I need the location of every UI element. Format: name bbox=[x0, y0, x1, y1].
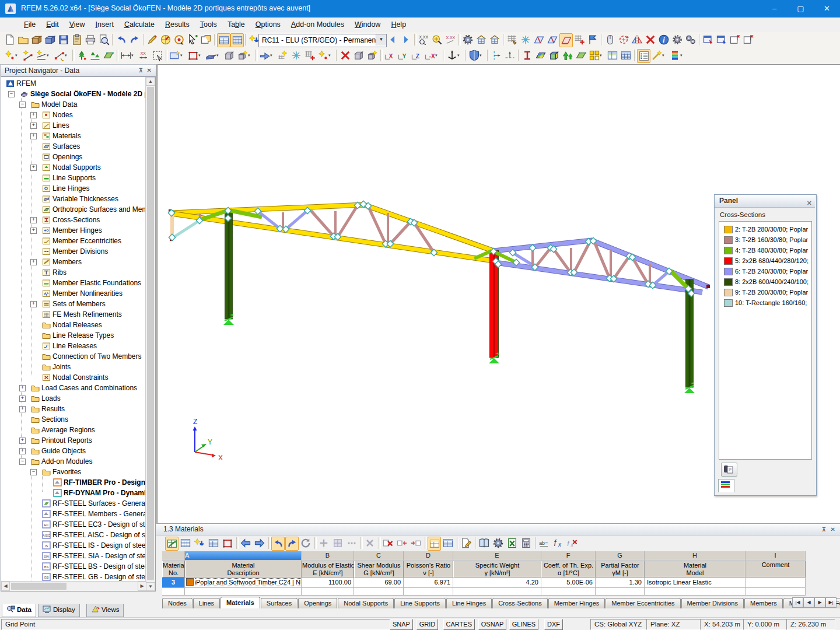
new-node-icon[interactable] bbox=[4, 49, 16, 62]
dropdown-arrow-icon[interactable]: ▾ bbox=[216, 53, 219, 58]
tree-item[interactable]: Member Nonlinearities bbox=[52, 288, 123, 299]
close-button[interactable]: ✕ bbox=[814, 0, 840, 18]
table-pin-icon[interactable]: ⊼ bbox=[822, 524, 826, 535]
xred2-icon[interactable] bbox=[339, 49, 351, 62]
grid-cell[interactable]: Poplar and Softwood Timber C24 | NF EN 3 bbox=[185, 578, 302, 588]
menu-tools[interactable]: Tools bbox=[195, 18, 222, 32]
menu-calculate[interactable]: Calculate bbox=[119, 18, 160, 32]
panel-close-icon[interactable]: ✕ bbox=[807, 197, 812, 209]
tree-item[interactable]: Cross-Sections bbox=[52, 215, 100, 225]
dropdown-arrow-icon[interactable]: ▾ bbox=[131, 53, 134, 58]
load-case-combo[interactable]: RC11 - ELU (STR/GEO) - Permanent / tra▼ bbox=[258, 34, 387, 47]
grid-cell[interactable] bbox=[596, 588, 645, 596]
t2-icon[interactable] bbox=[179, 537, 191, 550]
dropdown-arrow-icon[interactable]: ▾ bbox=[47, 53, 49, 58]
tree-item[interactable]: RF-STEEL AISC - Design of steel bbox=[52, 530, 156, 540]
prev-case-icon[interactable] bbox=[386, 33, 398, 46]
grid-cell[interactable] bbox=[453, 588, 541, 596]
panel-settings-button[interactable] bbox=[721, 463, 737, 477]
housetable-icon[interactable] bbox=[475, 33, 487, 46]
dropdown-arrow-icon[interactable]: ▾ bbox=[15, 53, 18, 58]
grid-cell[interactable]: 1.30 bbox=[596, 578, 645, 588]
tree-hscrollbar[interactable]: ◀▶ bbox=[1, 581, 146, 591]
grid-cell[interactable]: Poisson's Ratioν [-] bbox=[404, 561, 453, 578]
grid-cell[interactable]: Specific Weightγ [kN/m³] bbox=[453, 561, 541, 578]
grid-cell[interactable]: 5.00E-06 bbox=[541, 578, 596, 588]
restable-icon[interactable] bbox=[606, 49, 618, 62]
combo-dropdown-icon[interactable]: ▼ bbox=[376, 34, 386, 46]
cube-icon[interactable] bbox=[223, 49, 235, 62]
tree-item[interactable]: RF-TIMBER Pro - Design o bbox=[64, 477, 152, 488]
tree-item[interactable]: RF-STEEL BS - Design of steel m bbox=[52, 561, 156, 572]
minimize-button[interactable]: – bbox=[761, 0, 788, 18]
toggle-glines[interactable]: GLINES bbox=[509, 619, 538, 630]
arrLb-icon[interactable] bbox=[239, 537, 251, 550]
pin-icon[interactable]: ⊼ bbox=[139, 65, 143, 76]
menu-window[interactable]: Window bbox=[349, 18, 386, 32]
next-case-icon[interactable] bbox=[400, 33, 412, 46]
flagwin-icon[interactable] bbox=[729, 33, 741, 46]
housetable2-icon[interactable] bbox=[488, 33, 501, 46]
cubeb-icon[interactable] bbox=[352, 49, 365, 62]
paste-icon[interactable] bbox=[71, 33, 83, 46]
grid-cell[interactable]: F bbox=[541, 551, 596, 561]
grid-cell[interactable] bbox=[354, 588, 404, 596]
axblack-icon[interactable] bbox=[446, 49, 458, 62]
tree-item[interactable]: Line Release Types bbox=[52, 330, 114, 341]
table-tab-nodes[interactable]: Nodes bbox=[162, 598, 192, 608]
tree-expand-plus[interactable]: + bbox=[30, 133, 37, 139]
grid-cell[interactable]: 4.20 bbox=[453, 578, 541, 588]
grid-cell[interactable]: Isotropic Linear Elastic bbox=[645, 578, 746, 588]
edit-icon[interactable] bbox=[146, 33, 158, 46]
toggle-osnap[interactable]: OSNAP bbox=[478, 619, 507, 630]
tree-vscrollbar[interactable]: ▲▼ bbox=[145, 77, 155, 591]
fxdel-icon[interactable]: fx bbox=[566, 537, 578, 550]
star2-icon[interactable] bbox=[317, 49, 329, 62]
table-tab-cross-sections[interactable]: Cross-Sections bbox=[492, 598, 548, 608]
grnarr-icon[interactable] bbox=[561, 49, 573, 62]
menu-view[interactable]: View bbox=[64, 18, 90, 32]
tree-item[interactable]: Connection of Two Members bbox=[52, 351, 142, 362]
dropdown-arrow-icon[interactable]: ▾ bbox=[180, 53, 183, 58]
tree-item[interactable]: Printout Reports bbox=[41, 435, 92, 446]
redo-icon[interactable] bbox=[128, 33, 141, 46]
tree-expand-plus[interactable]: + bbox=[19, 438, 26, 444]
tree-expand-plus[interactable]: + bbox=[30, 164, 37, 171]
new-support-icon[interactable] bbox=[75, 49, 88, 62]
grid-cell[interactable]: Comment bbox=[746, 561, 806, 578]
g2-icon[interactable] bbox=[492, 537, 504, 550]
tree-item[interactable]: Line Hinges bbox=[52, 183, 89, 194]
preview-icon[interactable] bbox=[97, 33, 110, 46]
abeq-icon[interactable]: ab= bbox=[538, 537, 550, 550]
member-icon[interactable] bbox=[205, 49, 217, 62]
ressurf-icon[interactable] bbox=[534, 49, 547, 62]
dropdown-arrow-icon[interactable]: ▾ bbox=[198, 53, 201, 58]
table-tab-surfaces[interactable]: Surfaces bbox=[261, 598, 298, 608]
mesh2-icon[interactable] bbox=[290, 49, 302, 62]
meshsnow-icon[interactable] bbox=[519, 33, 531, 46]
excel-icon[interactable] bbox=[506, 537, 518, 550]
grid-cell[interactable]: 3 bbox=[162, 578, 185, 588]
zoomcur-icon[interactable] bbox=[430, 33, 443, 46]
show-tables-icon[interactable] bbox=[217, 33, 230, 47]
tree-item[interactable]: Line Supports bbox=[52, 173, 96, 183]
cursorplus-icon[interactable] bbox=[186, 33, 198, 46]
tree-item[interactable]: Add-on Modules bbox=[41, 456, 92, 467]
guide-icon[interactable] bbox=[490, 49, 502, 62]
nodeline-icon[interactable] bbox=[53, 49, 65, 62]
table-tab-openings[interactable]: Openings bbox=[298, 598, 337, 608]
menu-edit[interactable]: Edit bbox=[41, 18, 64, 32]
toggle-cartes[interactable]: CARTES bbox=[443, 619, 475, 630]
print-icon[interactable] bbox=[84, 33, 96, 46]
guide2-icon[interactable] bbox=[503, 49, 516, 62]
tree-item[interactable]: Members bbox=[52, 257, 82, 267]
winred-icon[interactable] bbox=[702, 33, 714, 46]
slab-icon[interactable] bbox=[102, 49, 114, 62]
tree-item[interactable]: Ribs bbox=[52, 267, 66, 278]
grid-cell[interactable]: Partial FactorγM [-] bbox=[596, 561, 645, 578]
xxx2-icon[interactable]: X.XX bbox=[444, 33, 456, 46]
tree-item[interactable]: RF-STEEL SIA - Design of steel r bbox=[52, 551, 156, 561]
tree-item[interactable]: Member Elastic Foundations bbox=[52, 278, 141, 288]
xred-icon[interactable] bbox=[644, 33, 656, 46]
calc-icon[interactable] bbox=[520, 537, 532, 550]
